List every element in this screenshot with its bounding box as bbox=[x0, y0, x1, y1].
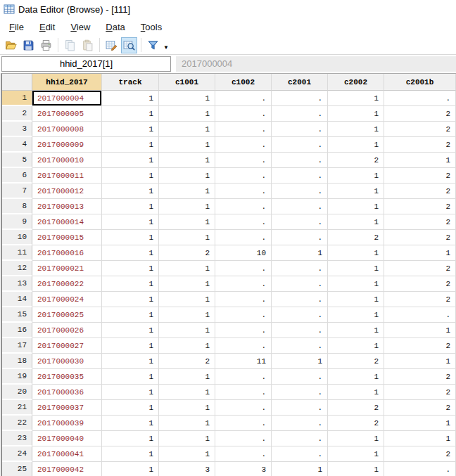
cell-c2002-row13[interactable]: 1 bbox=[328, 276, 384, 292]
row-number[interactable]: 9 bbox=[2, 214, 32, 230]
cell-c1002-row11[interactable]: 10 bbox=[215, 245, 272, 261]
row-number[interactable]: 14 bbox=[2, 292, 32, 307]
cell-c2002-row5[interactable]: 2 bbox=[328, 153, 384, 168]
cell-c1002-row1[interactable]: . bbox=[215, 91, 272, 106]
cell-c2002-row16[interactable]: 1 bbox=[328, 323, 384, 338]
print-button[interactable] bbox=[38, 37, 54, 53]
cell-c2001b-row6[interactable]: 2 bbox=[384, 168, 456, 184]
cell-hhid_2017-row8[interactable]: 2017000013 bbox=[32, 199, 102, 214]
cell-hhid_2017-row17[interactable]: 2017000027 bbox=[32, 338, 102, 354]
cell-c2002-row15[interactable]: 1 bbox=[328, 307, 384, 323]
menu-edit[interactable]: Edit bbox=[32, 20, 63, 34]
cell-c2001-row12[interactable]: . bbox=[272, 261, 328, 276]
cell-c2001b-row24[interactable]: 2 bbox=[384, 446, 456, 462]
cell-c1002-row7[interactable]: . bbox=[215, 184, 272, 199]
cell-c2001-row1[interactable]: . bbox=[272, 91, 328, 106]
row-number[interactable]: 11 bbox=[2, 245, 32, 261]
cell-c2002-row2[interactable]: 1 bbox=[328, 106, 384, 122]
cell-track-row6[interactable]: 1 bbox=[102, 168, 159, 184]
cell-c2001b-row25[interactable]: . bbox=[384, 462, 456, 476]
cell-hhid_2017-row20[interactable]: 2017000036 bbox=[32, 385, 102, 400]
cell-c1002-row17[interactable]: . bbox=[215, 338, 272, 354]
copy-button[interactable] bbox=[62, 37, 78, 53]
cell-hhid_2017-row9[interactable]: 2017000014 bbox=[32, 214, 102, 230]
cell-c1001-row22[interactable]: 1 bbox=[159, 416, 215, 431]
cell-track-row16[interactable]: 1 bbox=[102, 323, 159, 338]
column-header-c1001[interactable]: c1001 bbox=[159, 74, 215, 91]
cell-c1001-row13[interactable]: 1 bbox=[159, 276, 215, 292]
menu-tools[interactable]: Tools bbox=[133, 20, 170, 34]
cell-c2002-row20[interactable]: 1 bbox=[328, 385, 384, 400]
cell-c2001b-row10[interactable]: 2 bbox=[384, 230, 456, 245]
row-number[interactable]: 15 bbox=[2, 307, 32, 323]
row-number[interactable]: 7 bbox=[2, 184, 32, 199]
row-number[interactable]: 10 bbox=[2, 230, 32, 245]
cell-hhid_2017-row5[interactable]: 2017000010 bbox=[32, 153, 102, 168]
cell-hhid_2017-row6[interactable]: 2017000011 bbox=[32, 168, 102, 184]
cell-c1002-row8[interactable]: . bbox=[215, 199, 272, 214]
cell-c1001-row9[interactable]: 1 bbox=[159, 214, 215, 230]
cell-c2001-row22[interactable]: . bbox=[272, 416, 328, 431]
cell-c1001-row3[interactable]: 1 bbox=[159, 122, 215, 137]
column-header-c1002[interactable]: c1002 bbox=[215, 74, 272, 91]
cell-c2001-row21[interactable]: . bbox=[272, 400, 328, 416]
cell-c1001-row14[interactable]: 1 bbox=[159, 292, 215, 307]
cell-track-row11[interactable]: 1 bbox=[102, 245, 159, 261]
cell-c2001-row4[interactable]: . bbox=[272, 137, 328, 153]
cell-c1001-row12[interactable]: 1 bbox=[159, 261, 215, 276]
cell-c1001-row1[interactable]: 1 bbox=[159, 91, 215, 106]
cell-hhid_2017-row4[interactable]: 2017000009 bbox=[32, 137, 102, 153]
cell-c2001-row2[interactable]: . bbox=[272, 106, 328, 122]
cell-c1001-row25[interactable]: 3 bbox=[159, 462, 215, 476]
cell-c1001-row2[interactable]: 1 bbox=[159, 106, 215, 122]
row-number[interactable]: 21 bbox=[2, 400, 32, 416]
row-number[interactable]: 4 bbox=[2, 137, 32, 153]
cell-c2002-row6[interactable]: 1 bbox=[328, 168, 384, 184]
cell-c2002-row17[interactable]: 1 bbox=[328, 338, 384, 354]
cell-c2001b-row2[interactable]: 2 bbox=[384, 106, 456, 122]
cell-c2001-row5[interactable]: . bbox=[272, 153, 328, 168]
cell-c1001-row17[interactable]: 1 bbox=[159, 338, 215, 354]
cell-track-row21[interactable]: 1 bbox=[102, 400, 159, 416]
cell-c1002-row16[interactable]: . bbox=[215, 323, 272, 338]
cell-c1002-row20[interactable]: . bbox=[215, 385, 272, 400]
cell-track-row22[interactable]: 1 bbox=[102, 416, 159, 431]
cell-track-row18[interactable]: 1 bbox=[102, 354, 159, 369]
cell-c2001b-row22[interactable]: 1 bbox=[384, 416, 456, 431]
cell-c2002-row10[interactable]: 2 bbox=[328, 230, 384, 245]
cell-c2001-row7[interactable]: . bbox=[272, 184, 328, 199]
cell-track-row1[interactable]: 1 bbox=[102, 91, 159, 106]
cell-c2001-row20[interactable]: . bbox=[272, 385, 328, 400]
column-header-c2001[interactable]: c2001 bbox=[272, 74, 328, 91]
column-header-c2002[interactable]: c2002 bbox=[328, 74, 384, 91]
cell-track-row4[interactable]: 1 bbox=[102, 137, 159, 153]
cell-c1002-row25[interactable]: 3 bbox=[215, 462, 272, 476]
cell-hhid_2017-row22[interactable]: 2017000039 bbox=[32, 416, 102, 431]
cell-c1001-row16[interactable]: 1 bbox=[159, 323, 215, 338]
cell-track-row10[interactable]: 1 bbox=[102, 230, 159, 245]
cell-c1002-row2[interactable]: . bbox=[215, 106, 272, 122]
cell-track-row15[interactable]: 1 bbox=[102, 307, 159, 323]
cell-c2002-row11[interactable]: 1 bbox=[328, 245, 384, 261]
cell-c2001-row18[interactable]: 1 bbox=[272, 354, 328, 369]
row-number[interactable]: 5 bbox=[2, 153, 32, 168]
cell-c1001-row11[interactable]: 2 bbox=[159, 245, 215, 261]
row-number[interactable]: 2 bbox=[2, 106, 32, 122]
cell-c2002-row19[interactable]: 1 bbox=[328, 369, 384, 385]
cell-c2002-row4[interactable]: 1 bbox=[328, 137, 384, 153]
row-number[interactable]: 8 bbox=[2, 199, 32, 214]
cell-c2001-row6[interactable]: . bbox=[272, 168, 328, 184]
cell-c1002-row24[interactable]: . bbox=[215, 446, 272, 462]
cell-c2001b-row12[interactable]: 2 bbox=[384, 261, 456, 276]
cell-c2001-row13[interactable]: . bbox=[272, 276, 328, 292]
cell-c2001b-row17[interactable]: 2 bbox=[384, 338, 456, 354]
cell-c2002-row23[interactable]: 1 bbox=[328, 431, 384, 446]
column-header-c2001b[interactable]: c2001b bbox=[384, 74, 456, 91]
row-number[interactable]: 20 bbox=[2, 385, 32, 400]
cell-c2001b-row20[interactable]: 2 bbox=[384, 385, 456, 400]
cell-c1002-row12[interactable]: . bbox=[215, 261, 272, 276]
cell-hhid_2017-row2[interactable]: 2017000005 bbox=[32, 106, 102, 122]
cell-c2001-row17[interactable]: . bbox=[272, 338, 328, 354]
cell-c2001-row15[interactable]: . bbox=[272, 307, 328, 323]
cell-track-row13[interactable]: 1 bbox=[102, 276, 159, 292]
